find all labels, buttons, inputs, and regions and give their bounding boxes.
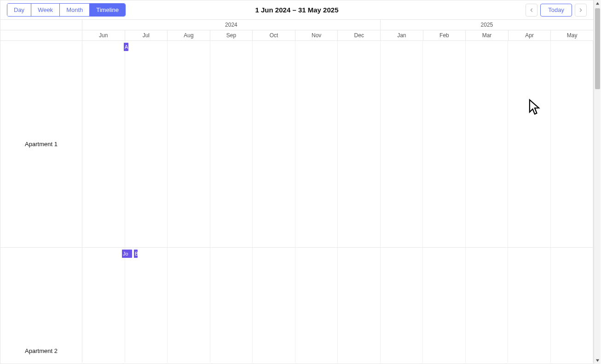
timeline-cell[interactable] bbox=[82, 248, 125, 363]
svg-marker-0 bbox=[595, 2, 599, 5]
timeline-cell[interactable] bbox=[295, 248, 338, 363]
timeline-cell[interactable] bbox=[210, 248, 253, 363]
month-header: Jun bbox=[82, 30, 125, 40]
years-container: 20242025 bbox=[82, 20, 593, 30]
vertical-scrollbar[interactable] bbox=[594, 0, 601, 364]
timeline-cell[interactable] bbox=[338, 248, 381, 363]
timeline-cell[interactable] bbox=[551, 41, 594, 247]
scroll-down-arrow-icon[interactable] bbox=[594, 357, 601, 364]
resource-row: Apartment 2 JoB bbox=[0, 248, 593, 363]
timeline-cell[interactable] bbox=[508, 41, 551, 247]
month-header: May bbox=[551, 30, 593, 40]
timeline-cell[interactable] bbox=[551, 248, 594, 363]
svg-marker-1 bbox=[595, 359, 599, 362]
timeline-cell[interactable] bbox=[168, 41, 210, 247]
chevron-right-icon bbox=[578, 7, 584, 13]
today-button[interactable]: Today bbox=[540, 4, 572, 17]
view-timeline-button[interactable]: Timeline bbox=[90, 4, 125, 16]
chevron-left-icon bbox=[528, 7, 535, 13]
year-row: 20242025 bbox=[0, 20, 593, 30]
view-month-button[interactable]: Month bbox=[60, 4, 90, 16]
toolbar-nav: Today bbox=[526, 4, 587, 17]
timeline-cell[interactable] bbox=[125, 248, 168, 363]
timeline-header: 20242025 JunJulAugSepOctNovDecJanFebMarA… bbox=[0, 20, 593, 41]
month-header: Mar bbox=[466, 30, 509, 40]
timeline-cell[interactable] bbox=[381, 248, 423, 363]
timeline-cell[interactable] bbox=[423, 248, 466, 363]
timeline-lane[interactable]: JoB bbox=[82, 248, 593, 363]
month-header: Aug bbox=[168, 30, 210, 40]
month-header: Jan bbox=[381, 30, 423, 40]
timeline-cell[interactable] bbox=[423, 41, 466, 247]
scroll-thumb[interactable] bbox=[595, 8, 600, 89]
resource-header-spacer bbox=[0, 20, 82, 30]
timeline-cell[interactable] bbox=[381, 41, 423, 247]
timeline-body: Apartment 1 A Apartment 2 JoB bbox=[0, 41, 593, 363]
month-header: Nov bbox=[295, 30, 338, 40]
view-week-button[interactable]: Week bbox=[31, 4, 60, 16]
timeline-cell[interactable] bbox=[210, 41, 253, 247]
timeline-event[interactable]: A bbox=[124, 43, 128, 51]
timeline-cell[interactable] bbox=[338, 41, 381, 247]
month-header: Dec bbox=[338, 30, 381, 40]
timeline-event[interactable]: B bbox=[134, 250, 138, 258]
timeline-calendar: Day Week Month Timeline 1 Jun 2024 – 31 … bbox=[0, 0, 594, 364]
view-switch: Day Week Month Timeline bbox=[7, 3, 126, 17]
view-day-button[interactable]: Day bbox=[7, 4, 31, 16]
month-header: Oct bbox=[253, 30, 295, 40]
toolbar: Day Week Month Timeline 1 Jun 2024 – 31 … bbox=[0, 0, 593, 20]
timeline-cell[interactable] bbox=[466, 41, 509, 247]
timeline-cell[interactable] bbox=[82, 41, 125, 247]
resource-label: Apartment 2 bbox=[0, 248, 82, 363]
scroll-up-arrow-icon[interactable] bbox=[594, 0, 601, 7]
months-container: JunJulAugSepOctNovDecJanFebMarAprMay bbox=[82, 30, 593, 40]
timeline-cell[interactable] bbox=[168, 248, 210, 363]
month-header: Sep bbox=[210, 30, 253, 40]
timeline-event[interactable]: Jo bbox=[122, 250, 132, 258]
year-header: 2025 bbox=[381, 20, 593, 30]
timeline-cell[interactable] bbox=[253, 41, 295, 247]
year-header: 2024 bbox=[82, 20, 381, 30]
next-button[interactable] bbox=[575, 4, 587, 17]
timeline-lane[interactable]: A bbox=[82, 41, 593, 247]
resource-label: Apartment 1 bbox=[0, 41, 82, 247]
date-range-title: 1 Jun 2024 – 31 May 2025 bbox=[255, 6, 339, 14]
resource-header-spacer bbox=[0, 30, 82, 40]
timeline-cell[interactable] bbox=[125, 41, 168, 247]
timeline-cell[interactable] bbox=[508, 248, 551, 363]
timeline-cell[interactable] bbox=[253, 248, 295, 363]
month-header: Jul bbox=[125, 30, 168, 40]
resource-row: Apartment 1 A bbox=[0, 41, 593, 248]
timeline-cell[interactable] bbox=[295, 41, 338, 247]
prev-button[interactable] bbox=[526, 4, 537, 17]
timeline-cell[interactable] bbox=[466, 248, 509, 363]
month-row: JunJulAugSepOctNovDecJanFebMarAprMay bbox=[0, 30, 593, 41]
month-header: Feb bbox=[423, 30, 466, 40]
month-header: Apr bbox=[509, 30, 551, 40]
